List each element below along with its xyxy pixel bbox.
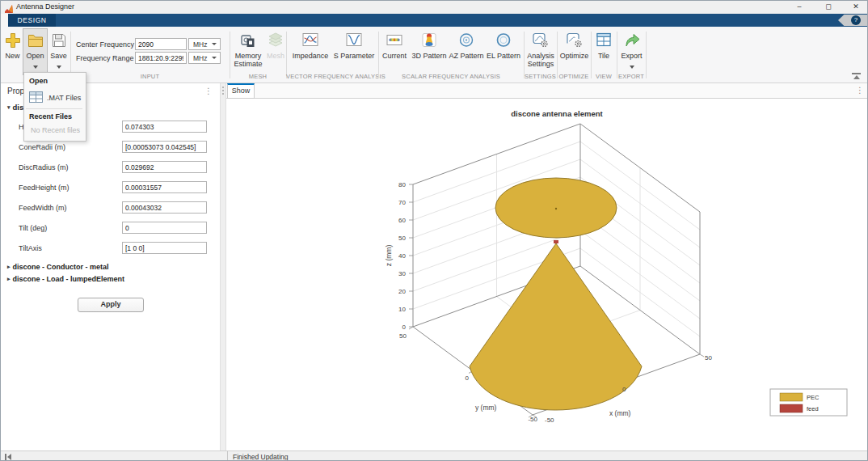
splitter-grip bbox=[222, 87, 225, 95]
export-button[interactable]: Export bbox=[618, 29, 645, 74]
tree-node-conductor[interactable]: ▸discone - Conductor - metal bbox=[7, 263, 109, 271]
chevron-down-icon: ▾ bbox=[7, 104, 11, 111]
section-label-mesh: MESH bbox=[230, 73, 286, 80]
open-button[interactable]: Open bbox=[23, 29, 47, 74]
property-input-feedheight[interactable] bbox=[122, 181, 207, 193]
tile-grid-icon bbox=[596, 32, 613, 52]
export-arrow-icon bbox=[623, 32, 641, 53]
property-label-coneradii: ConeRadii (m) bbox=[19, 143, 65, 151]
export-caret-icon bbox=[630, 66, 634, 69]
collapse-panel-icon[interactable] bbox=[5, 454, 13, 460]
memory-estimate-button[interactable]: Memory Estimate bbox=[231, 29, 265, 74]
z-axis-label: z (mm) bbox=[385, 245, 393, 267]
optimize-button[interactable]: Optimize bbox=[558, 29, 590, 74]
discone-3d-plot[interactable]: discone antenna element 0 10 20 30 40 50… bbox=[226, 99, 868, 450]
menu-separator bbox=[26, 108, 82, 109]
new-document-icon bbox=[4, 32, 22, 53]
help-button[interactable]: ? bbox=[838, 15, 868, 26]
save-caret-icon bbox=[57, 66, 61, 69]
unit-caret-icon bbox=[212, 57, 217, 59]
svg-text:10: 10 bbox=[398, 306, 406, 313]
tile-button[interactable]: Tile bbox=[592, 29, 616, 74]
ribbon-divider bbox=[646, 32, 647, 78]
section-label-export: EXPORT bbox=[617, 73, 646, 80]
section-label-settings: SETTINGS bbox=[524, 73, 557, 80]
frequency-range-input[interactable] bbox=[135, 52, 187, 64]
s-parameter-plot-icon bbox=[346, 32, 363, 52]
center-frequency-input[interactable] bbox=[135, 38, 187, 50]
memory-chip-icon bbox=[239, 32, 257, 53]
window-title: Antenna Designer bbox=[16, 2, 74, 11]
viewer-tab-strip: Show ⋮ bbox=[226, 83, 868, 99]
maximize-button[interactable]: ◻ bbox=[818, 1, 839, 13]
status-divider bbox=[227, 451, 228, 461]
recent-files-header: Recent Files bbox=[29, 112, 72, 121]
ribbon-divider bbox=[524, 32, 525, 78]
plot-legend[interactable]: PEC feed bbox=[770, 389, 847, 416]
unit-caret-icon bbox=[212, 43, 217, 45]
center-frequency-label: Center Frequency bbox=[76, 40, 134, 49]
svg-text:20: 20 bbox=[398, 288, 406, 295]
property-input-feedwidth[interactable] bbox=[122, 201, 207, 214]
pattern-el-button[interactable]: EL Pattern bbox=[485, 29, 522, 74]
property-label-discradius: DiscRadius (m) bbox=[19, 163, 69, 171]
s-parameter-button[interactable]: S Parameter bbox=[331, 29, 377, 74]
discone-cone bbox=[470, 243, 642, 410]
ribbon-tab-bar bbox=[1, 14, 867, 27]
current-button[interactable]: Current bbox=[380, 29, 409, 74]
menu-item-mat-files[interactable]: .MAT Files bbox=[24, 89, 86, 107]
section-label-optimize: OPTIMIZE bbox=[557, 73, 591, 80]
pattern-3d-button[interactable]: 3D Pattern bbox=[411, 29, 448, 74]
frequency-range-label: Frequency Range bbox=[76, 54, 134, 62]
new-button[interactable]: New bbox=[2, 29, 23, 74]
status-message: Finished Updating bbox=[233, 453, 289, 461]
svg-text:-50: -50 bbox=[545, 417, 554, 424]
property-input-coneradii[interactable] bbox=[122, 141, 207, 153]
svg-text:50: 50 bbox=[399, 332, 407, 340]
z-axis-tick-labels: 0 10 20 30 40 50 60 70 80 bbox=[398, 181, 406, 331]
ribbon-toolbar: New Open Save Center Frequency MHz Frequ… bbox=[1, 27, 867, 83]
ribbon-divider bbox=[230, 32, 230, 78]
pattern-az-button[interactable]: AZ Pattern bbox=[448, 29, 485, 74]
property-label-feedwidth: FeedWidth (m) bbox=[19, 204, 67, 212]
tree-node-load[interactable]: ▸discone - Load - lumpedElement bbox=[7, 275, 124, 283]
open-menu-header: Open bbox=[29, 77, 48, 85]
property-input-discradius[interactable] bbox=[122, 161, 207, 173]
collapse-ribbon-icon[interactable] bbox=[852, 73, 861, 79]
ribbon-divider bbox=[557, 32, 558, 78]
center-frequency-unit-select[interactable]: MHz bbox=[188, 38, 221, 50]
svg-text:80: 80 bbox=[398, 181, 406, 188]
minimize-button[interactable]: – bbox=[789, 1, 810, 13]
property-input-tiltaxis[interactable] bbox=[122, 242, 207, 254]
close-button[interactable]: ✕ bbox=[845, 1, 866, 13]
viewer-menu-icon[interactable]: ⋮ bbox=[856, 86, 864, 95]
tab-show[interactable]: Show bbox=[227, 83, 255, 99]
frequency-range-unit-select[interactable]: MHz bbox=[188, 52, 221, 64]
plot-title: discone antenna element bbox=[511, 109, 603, 118]
analysis-settings-button[interactable]: Analysis Settings bbox=[525, 29, 556, 74]
mesh-button: Mesh bbox=[265, 29, 286, 74]
property-label-tiltaxis: TiltAxis bbox=[19, 244, 42, 252]
impedance-button[interactable]: Impedance bbox=[290, 29, 331, 74]
optimize-icon bbox=[566, 32, 583, 52]
section-label-input: INPUT bbox=[70, 73, 230, 80]
section-label-view: VIEW bbox=[591, 73, 617, 80]
svg-text:30: 30 bbox=[398, 270, 406, 277]
panel-splitter[interactable] bbox=[220, 83, 226, 450]
impedance-plot-icon bbox=[302, 32, 319, 52]
chevron-right-icon: ▸ bbox=[7, 276, 11, 282]
help-icon: ? bbox=[851, 15, 861, 25]
antenna-figure: discone antenna element 0 10 20 30 40 50… bbox=[226, 99, 868, 450]
open-caret-icon bbox=[33, 66, 38, 69]
save-button[interactable]: Save bbox=[47, 29, 70, 74]
legend-swatch-pec bbox=[780, 393, 803, 401]
svg-text:60: 60 bbox=[398, 217, 406, 224]
svg-text:50: 50 bbox=[705, 354, 712, 362]
apply-button[interactable]: Apply bbox=[78, 298, 144, 312]
current-colormap-icon bbox=[386, 32, 403, 52]
property-input-height[interactable] bbox=[122, 121, 207, 133]
pattern-el-icon bbox=[495, 32, 512, 52]
tab-design[interactable]: DESIGN bbox=[8, 14, 56, 27]
panel-menu-icon[interactable]: ⋮ bbox=[204, 87, 213, 95]
property-input-tilt[interactable] bbox=[122, 222, 207, 234]
